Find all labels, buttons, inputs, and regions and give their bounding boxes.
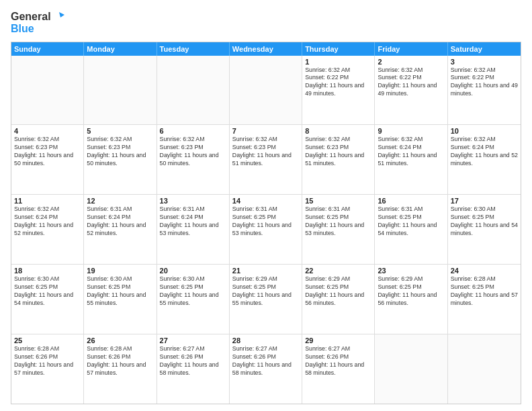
- calendar-cell-1-7: 3 Sunrise: 6:32 AM Sunset: 6:22 PM Dayli…: [448, 56, 521, 125]
- calendar-row-5: 25 Sunrise: 6:28 AM Sunset: 6:26 PM Dayl…: [11, 334, 521, 404]
- day-info: Sunrise: 6:29 AM Sunset: 6:25 PM Dayligh…: [305, 275, 371, 308]
- calendar-cell-3-6: 16 Sunrise: 6:31 AM Sunset: 6:25 PM Dayl…: [375, 195, 447, 264]
- header-thursday: Thursday: [302, 42, 375, 56]
- day-number: 6: [160, 127, 226, 135]
- day-info: Sunrise: 6:29 AM Sunset: 6:25 PM Dayligh…: [232, 275, 299, 308]
- header-tuesday: Tuesday: [157, 42, 230, 56]
- day-info: Sunrise: 6:31 AM Sunset: 6:25 PM Dayligh…: [232, 205, 299, 238]
- logo-bird-icon: [52, 11, 64, 23]
- calendar-cell-3-5: 15 Sunrise: 6:31 AM Sunset: 6:25 PM Dayl…: [302, 195, 375, 264]
- calendar-cell-1-2: [84, 56, 157, 125]
- day-info: Sunrise: 6:32 AM Sunset: 6:22 PM Dayligh…: [378, 66, 444, 99]
- day-number: 26: [87, 336, 153, 345]
- calendar-cell-4-7: 24 Sunrise: 6:28 AM Sunset: 6:25 PM Dayl…: [448, 265, 521, 334]
- calendar-cell-3-1: 11 Sunrise: 6:32 AM Sunset: 6:24 PM Dayl…: [11, 195, 84, 264]
- calendar-row-1: 1 Sunrise: 6:32 AM Sunset: 6:22 PM Dayli…: [11, 56, 521, 126]
- day-number: 23: [378, 267, 444, 275]
- day-number: 19: [87, 267, 153, 275]
- calendar-cell-3-2: 12 Sunrise: 6:31 AM Sunset: 6:24 PM Dayl…: [84, 195, 157, 264]
- day-info: Sunrise: 6:31 AM Sunset: 6:24 PM Dayligh…: [160, 205, 226, 238]
- day-number: 3: [451, 58, 518, 66]
- logo-blue: Blue: [11, 23, 64, 35]
- day-number: 1: [305, 58, 371, 66]
- day-number: 5: [87, 127, 153, 135]
- calendar-cell-2-3: 6 Sunrise: 6:32 AM Sunset: 6:23 PM Dayli…: [157, 125, 230, 194]
- day-info: Sunrise: 6:31 AM Sunset: 6:25 PM Dayligh…: [305, 205, 371, 238]
- calendar-cell-1-6: 2 Sunrise: 6:32 AM Sunset: 6:22 PM Dayli…: [375, 56, 447, 125]
- calendar-cell-5-4: 28 Sunrise: 6:27 AM Sunset: 6:26 PM Dayl…: [230, 334, 302, 404]
- day-number: 12: [87, 197, 153, 205]
- day-number: 15: [305, 197, 371, 205]
- calendar-cell-2-5: 8 Sunrise: 6:32 AM Sunset: 6:23 PM Dayli…: [302, 125, 375, 194]
- day-number: 8: [305, 127, 371, 135]
- calendar-header: SundayMondayTuesdayWednesdayThursdayFrid…: [11, 42, 521, 56]
- day-number: 20: [160, 267, 226, 275]
- calendar-cell-5-7: [448, 334, 521, 404]
- calendar-cell-3-4: 14 Sunrise: 6:31 AM Sunset: 6:25 PM Dayl…: [230, 195, 302, 264]
- calendar-cell-4-5: 22 Sunrise: 6:29 AM Sunset: 6:25 PM Dayl…: [302, 265, 375, 334]
- header-wednesday: Wednesday: [230, 42, 302, 56]
- day-number: 24: [451, 267, 518, 275]
- header-friday: Friday: [375, 42, 447, 56]
- calendar-cell-4-3: 20 Sunrise: 6:30 AM Sunset: 6:25 PM Dayl…: [157, 265, 230, 334]
- calendar-cell-2-6: 9 Sunrise: 6:32 AM Sunset: 6:24 PM Dayli…: [375, 125, 447, 194]
- day-info: Sunrise: 6:28 AM Sunset: 6:26 PM Dayligh…: [14, 345, 81, 377]
- day-info: Sunrise: 6:32 AM Sunset: 6:22 PM Dayligh…: [451, 66, 518, 99]
- header-monday: Monday: [84, 42, 157, 56]
- calendar-cell-1-4: [230, 56, 302, 125]
- calendar-cell-4-1: 18 Sunrise: 6:30 AM Sunset: 6:25 PM Dayl…: [11, 265, 84, 334]
- calendar-body: 1 Sunrise: 6:32 AM Sunset: 6:22 PM Dayli…: [11, 56, 521, 404]
- day-number: 28: [232, 336, 299, 345]
- day-info: Sunrise: 6:27 AM Sunset: 6:26 PM Dayligh…: [232, 345, 299, 377]
- day-number: 13: [160, 197, 226, 205]
- day-info: Sunrise: 6:32 AM Sunset: 6:24 PM Dayligh…: [451, 136, 518, 168]
- day-number: 29: [305, 336, 371, 345]
- calendar-cell-5-3: 27 Sunrise: 6:27 AM Sunset: 6:26 PM Dayl…: [157, 334, 230, 404]
- calendar-row-3: 11 Sunrise: 6:32 AM Sunset: 6:24 PM Dayl…: [11, 195, 521, 265]
- calendar-cell-1-3: [157, 56, 230, 125]
- day-info: Sunrise: 6:30 AM Sunset: 6:25 PM Dayligh…: [87, 275, 153, 308]
- day-info: Sunrise: 6:32 AM Sunset: 6:23 PM Dayligh…: [14, 136, 81, 168]
- day-number: 14: [232, 197, 299, 205]
- calendar-cell-4-2: 19 Sunrise: 6:30 AM Sunset: 6:25 PM Dayl…: [84, 265, 157, 334]
- logo: General Blue: [11, 11, 64, 35]
- logo-general: General: [11, 11, 51, 23]
- day-info: Sunrise: 6:31 AM Sunset: 6:24 PM Dayligh…: [87, 205, 153, 238]
- calendar-cell-2-2: 5 Sunrise: 6:32 AM Sunset: 6:23 PM Dayli…: [84, 125, 157, 194]
- day-number: 21: [232, 267, 299, 275]
- header-sunday: Sunday: [11, 42, 84, 56]
- day-info: Sunrise: 6:32 AM Sunset: 6:24 PM Dayligh…: [378, 136, 444, 168]
- calendar-cell-2-4: 7 Sunrise: 6:32 AM Sunset: 6:23 PM Dayli…: [230, 125, 302, 194]
- calendar-cell-4-6: 23 Sunrise: 6:29 AM Sunset: 6:25 PM Dayl…: [375, 265, 447, 334]
- svg-marker-0: [59, 12, 64, 17]
- calendar-cell-3-3: 13 Sunrise: 6:31 AM Sunset: 6:24 PM Dayl…: [157, 195, 230, 264]
- day-number: 25: [14, 336, 81, 345]
- calendar-cell-5-6: [375, 334, 447, 404]
- day-info: Sunrise: 6:30 AM Sunset: 6:25 PM Dayligh…: [14, 275, 81, 308]
- calendar-cell-1-5: 1 Sunrise: 6:32 AM Sunset: 6:22 PM Dayli…: [302, 56, 375, 125]
- day-number: 4: [14, 127, 81, 135]
- day-info: Sunrise: 6:28 AM Sunset: 6:25 PM Dayligh…: [451, 275, 518, 308]
- day-info: Sunrise: 6:31 AM Sunset: 6:25 PM Dayligh…: [378, 205, 444, 238]
- day-number: 9: [378, 127, 444, 135]
- day-info: Sunrise: 6:30 AM Sunset: 6:25 PM Dayligh…: [451, 205, 518, 238]
- day-number: 18: [14, 267, 81, 275]
- day-info: Sunrise: 6:30 AM Sunset: 6:25 PM Dayligh…: [160, 275, 226, 308]
- day-number: 22: [305, 267, 371, 275]
- day-info: Sunrise: 6:27 AM Sunset: 6:26 PM Dayligh…: [305, 345, 371, 377]
- day-number: 10: [451, 127, 518, 135]
- day-number: 16: [378, 197, 444, 205]
- day-number: 27: [160, 336, 226, 345]
- day-number: 2: [378, 58, 444, 66]
- calendar-cell-2-7: 10 Sunrise: 6:32 AM Sunset: 6:24 PM Dayl…: [448, 125, 521, 194]
- day-info: Sunrise: 6:32 AM Sunset: 6:23 PM Dayligh…: [160, 136, 226, 168]
- calendar-cell-3-7: 17 Sunrise: 6:30 AM Sunset: 6:25 PM Dayl…: [448, 195, 521, 264]
- day-info: Sunrise: 6:32 AM Sunset: 6:22 PM Dayligh…: [305, 66, 371, 99]
- day-number: 17: [451, 197, 518, 205]
- day-number: 7: [232, 127, 299, 135]
- day-info: Sunrise: 6:32 AM Sunset: 6:24 PM Dayligh…: [14, 205, 81, 238]
- calendar: SundayMondayTuesdayWednesdayThursdayFrid…: [11, 42, 521, 404]
- calendar-row-4: 18 Sunrise: 6:30 AM Sunset: 6:25 PM Dayl…: [11, 265, 521, 334]
- day-info: Sunrise: 6:28 AM Sunset: 6:26 PM Dayligh…: [87, 345, 153, 377]
- day-info: Sunrise: 6:27 AM Sunset: 6:26 PM Dayligh…: [160, 345, 226, 377]
